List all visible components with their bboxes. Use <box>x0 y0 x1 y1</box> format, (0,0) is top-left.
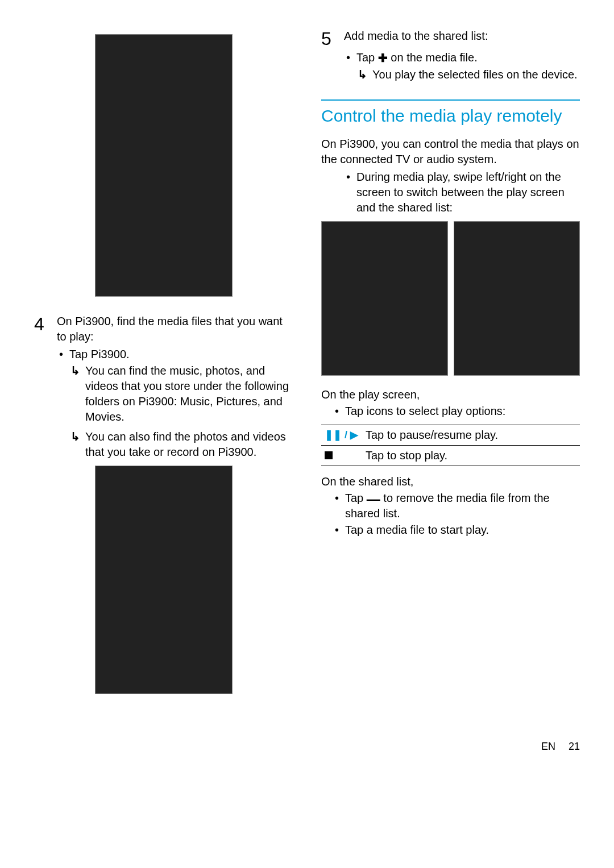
shared-bullet2: Tap a media file to start play. <box>333 522 580 538</box>
sb1a: Tap <box>345 492 367 504</box>
plus-icon: ✚ <box>378 52 388 64</box>
page-columns: 4 On Pi3900, find the media files that y… <box>34 28 580 711</box>
shared-bullet1: Tap — to remove the media file from the … <box>333 491 580 521</box>
left-column: 4 On Pi3900, find the media files that y… <box>34 28 293 711</box>
step4-arrows: You can find the music, photos, and vide… <box>69 363 293 460</box>
b1-a: Tap <box>69 348 91 360</box>
a1i: . <box>121 410 125 423</box>
row2-desc: Tap to stop play. <box>362 445 580 466</box>
footer-lang: EN <box>541 741 555 752</box>
shared-bullets: Tap — to remove the media file from the … <box>333 491 580 538</box>
step4-arrow1: You can find the music, photos, and vide… <box>69 363 293 425</box>
sh: On the shared list, <box>321 475 413 488</box>
step4-bullet1: Tap Pi3900. You can find the music, phot… <box>57 347 293 460</box>
a1g: , and <box>257 395 282 408</box>
pause-play-icon: ❚❚ / ▶ <box>321 425 362 445</box>
intro-bullets: During media play, swipe left/right on t… <box>344 169 580 215</box>
minus-icon: — <box>367 491 380 506</box>
step5-arrows: You play the selected files on the devic… <box>356 67 580 82</box>
a1b: Pi3900 <box>138 395 173 408</box>
intro-paragraph: On Pi3900, you can control the media tha… <box>321 136 580 167</box>
stop-icon <box>321 445 362 466</box>
step4-text-a: On <box>57 315 75 327</box>
b1-b: Pi3900 <box>91 348 126 360</box>
s5b1a: Tap <box>356 51 378 64</box>
step5-bullet1: Tap ✚ on the media file. You play the se… <box>344 50 580 82</box>
a1d: Music <box>180 395 210 408</box>
ia: On <box>321 138 339 150</box>
play-icons-table: ❚❚ / ▶ Tap to pause/resume play. Tap to … <box>321 425 580 466</box>
step4-bullets: Tap Pi3900. You can find the music, phot… <box>57 347 293 460</box>
a1f: Pictures <box>216 395 257 408</box>
step5-bullets: Tap ✚ on the media file. You play the se… <box>344 50 580 82</box>
a1h: Movies <box>85 410 121 423</box>
step-4: 4 On Pi3900, find the media files that y… <box>34 314 293 344</box>
a2b: Pi3900 <box>218 446 253 458</box>
intro-bullet: During media play, swipe left/right on t… <box>344 169 580 215</box>
table-row: Tap to stop play. <box>321 445 580 466</box>
b1-c: . <box>126 348 130 360</box>
s5b1b: on the media file. <box>388 51 478 64</box>
figure-media-list <box>95 466 233 694</box>
a2c: . <box>254 446 257 458</box>
figure-play-and-shared <box>321 221 580 376</box>
page-footer: EN 21 <box>34 740 580 753</box>
step-number: 5 <box>321 28 344 48</box>
step-body: Add media to the shared list: <box>344 28 580 44</box>
a1c: : <box>174 395 180 408</box>
play-screen-heading: On the play screen, <box>321 387 580 402</box>
idev: Pi3900 <box>339 138 375 150</box>
play-bullets: Tap icons to select play options: <box>333 404 580 419</box>
ph: On the play screen, <box>321 388 420 401</box>
table-row: ❚❚ / ▶ Tap to pause/resume play. <box>321 425 580 445</box>
footer-page: 21 <box>569 741 580 752</box>
row1-desc: Tap to pause/resume play. <box>362 425 580 445</box>
right-column: 5 Add media to the shared list: Tap ✚ on… <box>321 28 580 711</box>
a1e: , <box>210 395 216 408</box>
figure-simplyshare-drag <box>95 34 233 297</box>
shared-list-heading: On the shared list, <box>321 474 580 489</box>
figure-shared-list <box>454 221 580 376</box>
step4-device: Pi3900 <box>75 315 110 327</box>
step-5: 5 Add media to the shared list: <box>321 28 580 48</box>
step-number: 4 <box>34 314 57 333</box>
play-bullet: Tap icons to select play options: <box>333 404 580 419</box>
step4-arrow2: You can also find the photos and videos … <box>69 429 293 460</box>
figure-play-screen <box>321 221 448 376</box>
step-body: On Pi3900, find the media files that you… <box>57 314 293 344</box>
step5-arrow1: You play the selected files on the devic… <box>356 67 580 82</box>
section-heading: Control the media play remotely <box>321 99 580 126</box>
